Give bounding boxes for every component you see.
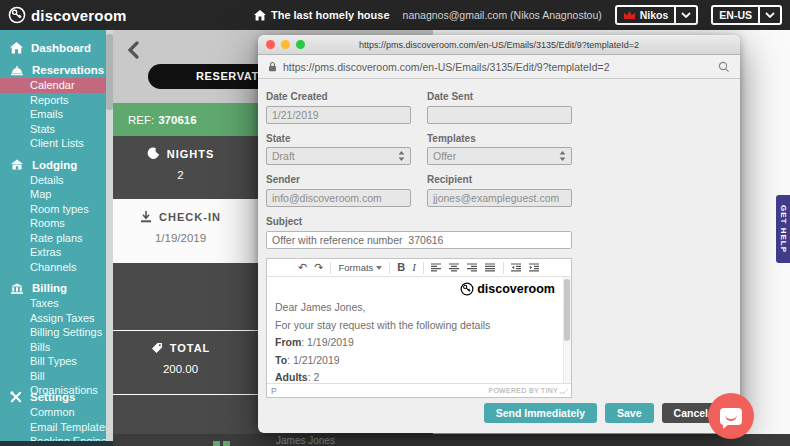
editor-status-bar: P POWERED BY TINY: [267, 383, 571, 397]
calendar-fleck: [213, 441, 220, 446]
send-immediately-button[interactable]: Send Immediately: [484, 403, 597, 423]
search-icon[interactable]: [718, 61, 730, 73]
email-body-line: To: 1/21/2019: [275, 355, 557, 367]
sidebar-item[interactable]: Room types: [0, 202, 113, 217]
bold-button[interactable]: B: [397, 262, 405, 273]
sidebar-item[interactable]: Emails: [0, 107, 113, 122]
sidebar-section-billing[interactable]: Billing: [0, 280, 113, 296]
chevron-down-icon: [676, 12, 696, 18]
email-form: Date Created Date Sent State Draft: [258, 79, 740, 432]
editor-scrollbar[interactable]: [563, 277, 571, 383]
discoveroom-logo[interactable]: discoveroom: [0, 6, 127, 24]
chat-widget-button[interactable]: [708, 393, 754, 439]
select-stepper-icon: [398, 151, 405, 161]
rich-text-editor: ↶ ↷ Formats B I: [266, 258, 572, 398]
window-title: https://pms.discoveroom.com/en-US/Emails…: [258, 40, 740, 50]
align-center-icon[interactable]: [449, 263, 460, 272]
align-right-icon[interactable]: [467, 263, 478, 272]
subject-field[interactable]: [266, 231, 572, 249]
resize-grip[interactable]: [559, 388, 569, 393]
back-chevron-icon[interactable]: [126, 41, 140, 59]
redo-icon[interactable]: ↷: [314, 262, 323, 273]
sidebar-item[interactable]: Reports: [0, 93, 113, 108]
subject-label: Subject: [266, 216, 572, 227]
sidebar-item[interactable]: Rooms: [0, 216, 113, 231]
chevron-down-icon: [760, 12, 780, 18]
tools-icon: [10, 391, 22, 403]
close-window-button[interactable]: [266, 40, 275, 49]
sidebar-item[interactable]: Booking Engine: [0, 434, 113, 441]
bank-icon: [10, 283, 24, 294]
sidebar-item[interactable]: Bill Organisations: [0, 369, 113, 384]
download-icon: [140, 211, 152, 223]
home-icon: [254, 10, 266, 21]
chat-bubble-icon: [720, 408, 742, 425]
nights-value: 2: [177, 169, 183, 181]
recipient-label: Recipient: [427, 174, 572, 185]
home-icon: [10, 42, 23, 54]
date-sent-label: Date Sent: [427, 91, 572, 102]
align-justify-icon[interactable]: [485, 263, 496, 272]
logo-text: discoveroom: [31, 7, 127, 24]
state-label: State: [266, 133, 411, 144]
client-name: James Jones: [276, 435, 335, 446]
tag-icon: [151, 342, 163, 354]
editor-content[interactable]: discoveroom Dear James Jones,For your st…: [267, 277, 571, 383]
state-select[interactable]: Draft: [266, 147, 411, 165]
get-help-tab[interactable]: GET HELP: [776, 195, 790, 263]
address-bar[interactable]: https://pms.discoveroom.com/en-US/Emails…: [258, 55, 740, 79]
language-menu-button[interactable]: EN-US: [711, 5, 782, 25]
sender-label: Sender: [266, 174, 411, 185]
sidebar-item[interactable]: Map: [0, 187, 113, 202]
minimize-window-button[interactable]: [281, 40, 290, 49]
sidebar-item[interactable]: Billing Settings: [0, 325, 113, 340]
property-name: The last homely house: [254, 9, 390, 21]
email-body-line: Dear James Jones,: [275, 302, 557, 314]
date-sent-field: [427, 106, 572, 124]
sidebar-item[interactable]: Email Templates: [0, 420, 113, 435]
editor-scrollbar-thumb[interactable]: [564, 279, 570, 341]
moon-icon: [147, 147, 160, 160]
sidebar-item[interactable]: Rate plans: [0, 231, 113, 246]
recipient-field: [427, 189, 572, 207]
chevron-down-icon: [376, 266, 382, 270]
sidebar-item[interactable]: Channels: [0, 260, 113, 275]
sidebar-item[interactable]: Assign Taxes: [0, 311, 113, 326]
sidebar-item[interactable]: Common: [0, 405, 113, 420]
app-root: discoveroom The last homely house nanagn…: [0, 0, 790, 446]
sidebar-item[interactable]: Extras: [0, 245, 113, 260]
outdent-icon[interactable]: [511, 263, 522, 272]
sidebar-item[interactable]: Bills: [0, 340, 113, 355]
tiny-brand: POWERED BY TINY: [488, 387, 558, 394]
sidebar-scrollbar-thumb[interactable]: [106, 34, 113, 110]
email-edit-popup: https://pms.discoveroom.com/en-US/Emails…: [258, 35, 740, 433]
sidebar-scrollbar[interactable]: [106, 30, 113, 441]
formats-dropdown[interactable]: Formats: [338, 263, 382, 273]
sidebar-section-dashboard[interactable]: Dashboard: [0, 40, 113, 56]
address-url: https://pms.discoveroom.com/en-US/Emails…: [283, 61, 712, 73]
templates-select[interactable]: Offer: [427, 147, 572, 165]
date-created-field: [266, 106, 411, 124]
italic-button[interactable]: I: [412, 262, 416, 273]
save-button[interactable]: Save: [605, 403, 654, 423]
sidebar-item[interactable]: Client Lists: [0, 136, 113, 151]
bell-icon: [10, 65, 24, 76]
popup-actions: Send Immediately Save Cancel: [484, 403, 720, 423]
sidebar-section-lodging[interactable]: Lodging: [0, 157, 113, 173]
zoom-window-button[interactable]: [296, 40, 305, 49]
sidebar-item[interactable]: Calendar: [0, 78, 113, 93]
lock-icon: [268, 61, 277, 72]
sidebar-section-reservations[interactable]: Reservations: [0, 62, 113, 78]
sidebar-item[interactable]: Taxes: [0, 296, 113, 311]
undo-icon[interactable]: ↶: [298, 262, 307, 273]
bottom-strip: James Jones: [113, 434, 790, 446]
user-menu-button[interactable]: Nikos: [615, 5, 699, 25]
sidebar-item[interactable]: Bill Types: [0, 354, 113, 369]
align-left-icon[interactable]: [431, 263, 442, 272]
editor-toolbar: ↶ ↷ Formats B I: [267, 259, 571, 277]
indent-icon[interactable]: [529, 263, 540, 272]
sidebar-item[interactable]: Stats: [0, 122, 113, 137]
crown-icon: [623, 10, 636, 20]
popup-title-bar[interactable]: https://pms.discoveroom.com/en-US/Emails…: [258, 35, 740, 55]
sidebar-item[interactable]: Details: [0, 173, 113, 188]
